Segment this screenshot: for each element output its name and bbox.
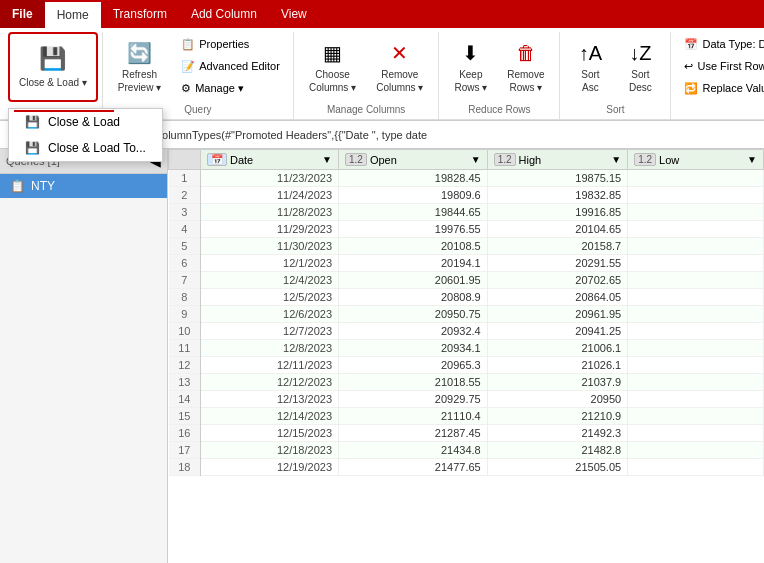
data-type-button[interactable]: 📅 Data Type: Date ▾: [677, 34, 764, 54]
high-cell: 21026.1: [487, 357, 627, 374]
col-header-high[interactable]: 1.2 High ▼: [487, 150, 627, 170]
date-filter-icon[interactable]: ▼: [322, 154, 332, 165]
ribbon: File Home Transform Add Column View 💾 Cl…: [0, 0, 764, 121]
row-num-cell: 5: [169, 238, 201, 255]
close-load-button[interactable]: 💾 Close & Load ▾: [10, 34, 96, 100]
table-row: 2 11/24/2023 19809.6 19832.85: [169, 187, 764, 204]
row-num-cell: 14: [169, 391, 201, 408]
open-cell: 20194.1: [339, 255, 488, 272]
advanced-editor-icon: 📝: [181, 60, 195, 73]
query-nty-item[interactable]: 📋 NTY: [0, 174, 167, 198]
low-cell: [628, 221, 764, 238]
high-filter-icon[interactable]: ▼: [611, 154, 621, 165]
keep-rows-button[interactable]: ⬇ KeepRows ▾: [445, 34, 496, 100]
manage-icon: ⚙: [181, 82, 191, 95]
sort-ascending-button[interactable]: ↑A SortAsc: [566, 34, 614, 100]
high-type-badge: 1.2: [494, 153, 516, 166]
manage-columns-group: ▦ ChooseColumns ▾ ✕ RemoveColumns ▾ Mana…: [294, 32, 440, 119]
date-cell: 11/29/2023: [201, 221, 339, 238]
choose-columns-label: ChooseColumns ▾: [309, 68, 356, 94]
close-load-option-icon: 💾: [25, 115, 40, 129]
col-header-date[interactable]: 📅 Date ▼: [201, 150, 339, 170]
tab-view[interactable]: View: [269, 0, 319, 28]
high-cell: 20291.55: [487, 255, 627, 272]
table-row: 16 12/15/2023 21287.45 21492.3: [169, 425, 764, 442]
transform-group: 📅 Data Type: Date ▾ ↩ Use First Row as H…: [671, 32, 764, 119]
tab-home[interactable]: Home: [45, 0, 101, 28]
close-load-group: 💾 Close & Load ▾: [4, 32, 103, 119]
high-cell: 20104.65: [487, 221, 627, 238]
low-cell: [628, 238, 764, 255]
high-cell: 20950: [487, 391, 627, 408]
query-icon: 📋: [10, 179, 25, 193]
low-cell: [628, 374, 764, 391]
open-cell: 21110.4: [339, 408, 488, 425]
remove-columns-icon: ✕: [391, 40, 408, 66]
low-cell: [628, 442, 764, 459]
sort-desc-label: SortDesc: [629, 68, 652, 94]
close-load-option[interactable]: 💾 Close & Load: [9, 109, 162, 135]
col-header-low[interactable]: 1.2 Low ▼: [628, 150, 764, 170]
low-cell: [628, 170, 764, 187]
ribbon-tab-bar: File Home Transform Add Column View: [0, 0, 764, 28]
open-cell: 21287.45: [339, 425, 488, 442]
open-cell: 20934.1: [339, 340, 488, 357]
table-row: 3 11/28/2023 19844.65 19916.85: [169, 204, 764, 221]
date-cell: 12/14/2023: [201, 408, 339, 425]
col-name-low: Low: [659, 154, 679, 166]
open-cell: 20108.5: [339, 238, 488, 255]
transform-buttons: 📅 Data Type: Date ▾ ↩ Use First Row as H…: [677, 34, 764, 100]
queries-panel: Queries [1] ◀ 📋 NTY: [0, 149, 168, 563]
close-load-option-label: Close & Load: [48, 115, 120, 129]
table-row: 14 12/13/2023 20929.75 20950: [169, 391, 764, 408]
open-cell: 19809.6: [339, 187, 488, 204]
open-cell: 19828.45: [339, 170, 488, 187]
data-type-label: Data Type: Date ▾: [702, 38, 764, 51]
replace-values-button[interactable]: 🔁 Replace Values: [677, 78, 764, 98]
manage-button[interactable]: ⚙ Manage ▾: [174, 78, 287, 98]
table-row: 11 12/8/2023 20934.1 21006.1: [169, 340, 764, 357]
sort-descending-button[interactable]: ↓Z SortDesc: [616, 34, 664, 100]
low-cell: [628, 323, 764, 340]
choose-columns-button[interactable]: ▦ ChooseColumns ▾: [300, 34, 365, 100]
table-row: 4 11/29/2023 19976.55 20104.65: [169, 221, 764, 238]
table-row: 15 12/14/2023 21110.4 21210.9: [169, 408, 764, 425]
use-first-row-button[interactable]: ↩ Use First Row as Headers ▾: [677, 56, 764, 76]
open-cell: 20965.3: [339, 357, 488, 374]
replace-values-label: Replace Values: [702, 82, 764, 94]
close-load-to-option[interactable]: 💾 Close & Load To...: [9, 135, 162, 161]
refresh-preview-button[interactable]: 🔄 RefreshPreview ▾: [109, 34, 170, 100]
tab-transform[interactable]: Transform: [101, 0, 179, 28]
row-num-cell: 13: [169, 374, 201, 391]
replace-values-icon: 🔁: [684, 82, 698, 95]
remove-rows-icon: 🗑: [516, 40, 536, 66]
date-cell: 12/8/2023: [201, 340, 339, 357]
open-cell: 19976.55: [339, 221, 488, 238]
formula-input[interactable]: [62, 129, 758, 141]
manage-columns-buttons: ▦ ChooseColumns ▾ ✕ RemoveColumns ▾: [300, 34, 433, 100]
row-num-cell: 12: [169, 357, 201, 374]
reduce-rows-group: ⬇ KeepRows ▾ 🗑 RemoveRows ▾ Reduce Rows: [439, 32, 560, 119]
properties-button[interactable]: 📋 Properties: [174, 34, 287, 54]
tab-file[interactable]: File: [0, 0, 45, 28]
high-cell: 21006.1: [487, 340, 627, 357]
high-cell: 21505.05: [487, 459, 627, 476]
data-grid[interactable]: 📅 Date ▼ 1.2 Open ▼: [168, 149, 764, 563]
advanced-editor-button[interactable]: 📝 Advanced Editor: [174, 56, 287, 76]
sort-asc-label: SortAsc: [581, 68, 599, 94]
remove-columns-button[interactable]: ✕ RemoveColumns ▾: [367, 34, 432, 100]
tab-add-column[interactable]: Add Column: [179, 0, 269, 28]
remove-rows-button[interactable]: 🗑 RemoveRows ▾: [498, 34, 553, 100]
table-row: 9 12/6/2023 20950.75 20961.95: [169, 306, 764, 323]
row-num-cell: 15: [169, 408, 201, 425]
column-header-row: 📅 Date ▼ 1.2 Open ▼: [169, 150, 764, 170]
close-load-dropdown: 💾 Close & Load 💾 Close & Load To...: [8, 108, 163, 162]
remove-rows-label: RemoveRows ▾: [507, 68, 544, 94]
low-filter-icon[interactable]: ▼: [747, 154, 757, 165]
low-type-badge: 1.2: [634, 153, 656, 166]
col-header-open[interactable]: 1.2 Open ▼: [339, 150, 488, 170]
high-cell: 20961.95: [487, 306, 627, 323]
date-cell: 11/23/2023: [201, 170, 339, 187]
table-row: 12 12/11/2023 20965.3 21026.1: [169, 357, 764, 374]
open-filter-icon[interactable]: ▼: [471, 154, 481, 165]
